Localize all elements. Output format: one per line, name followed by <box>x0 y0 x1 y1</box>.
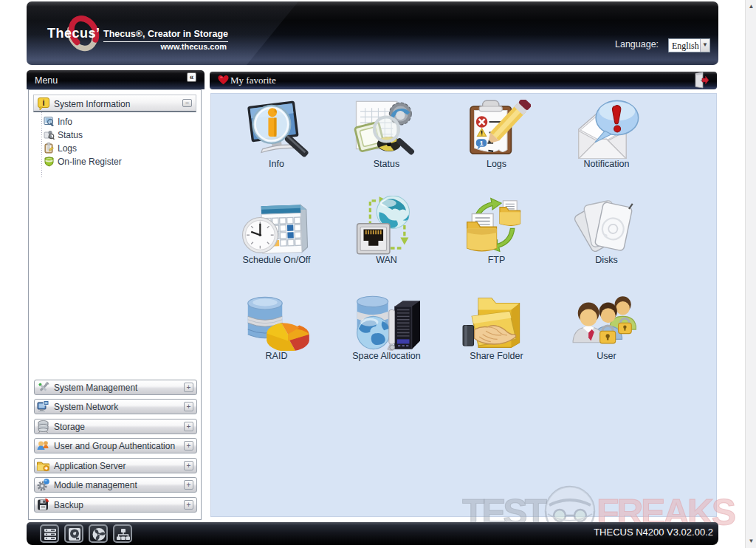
svg-text:i: i <box>42 98 44 107</box>
svg-text:1: 1 <box>479 139 483 147</box>
